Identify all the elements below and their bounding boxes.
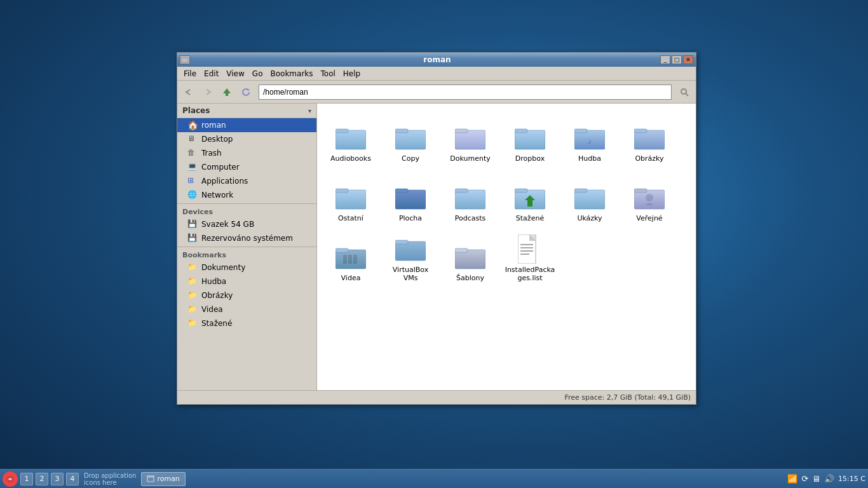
sidebar-bookmark-dokumenty-label: Dokumenty xyxy=(201,263,245,272)
sidebar-item-computer[interactable]: 💻 Computer xyxy=(177,160,316,174)
menu-edit[interactable]: Edit xyxy=(200,68,222,79)
applications-icon: ⊞ xyxy=(187,176,198,186)
svg-rect-11 xyxy=(515,129,527,133)
svg-rect-18 xyxy=(336,189,348,193)
svg-rect-1 xyxy=(182,57,188,59)
folder-videa-icon: 📁 xyxy=(187,304,198,315)
network-tray-icon[interactable]: ⟳ xyxy=(801,474,808,484)
document-icon-installed xyxy=(515,234,545,264)
drop-area: Drop applicationicons here xyxy=(81,472,139,486)
window-controls: _ □ ✕ xyxy=(660,55,693,64)
svg-rect-39 xyxy=(455,248,468,252)
file-item-dropbox[interactable]: Dropbox xyxy=(501,109,559,166)
file-item-hudba[interactable]: ♪ Hudba xyxy=(561,109,618,166)
svg-rect-21 xyxy=(455,190,485,209)
address-bar[interactable] xyxy=(259,85,672,100)
search-button[interactable] xyxy=(675,83,693,101)
file-name-stazene: Stažené xyxy=(516,214,544,222)
file-item-podcasts[interactable]: Podcasts xyxy=(442,168,499,226)
file-item-virtualbox[interactable]: VirtualBox VMs xyxy=(382,228,439,285)
clock: 15:15 C xyxy=(838,475,865,483)
file-item-ukazky[interactable]: Ukázky xyxy=(561,168,618,226)
svg-rect-17 xyxy=(336,190,366,209)
menu-bookmarks[interactable]: Bookmarks xyxy=(266,68,316,79)
close-button[interactable]: ✕ xyxy=(683,55,693,64)
svg-point-30 xyxy=(646,194,653,201)
file-item-ostatni[interactable]: Ostatní xyxy=(322,168,379,226)
minimize-button[interactable]: _ xyxy=(660,55,670,64)
volume-tray-icon[interactable]: 🔊 xyxy=(824,474,834,484)
file-name-copy: Copy xyxy=(402,154,419,163)
folder-obrazky-icon: 📁 xyxy=(187,290,198,301)
menu-view[interactable]: View xyxy=(222,68,248,79)
maximize-button[interactable]: □ xyxy=(672,55,682,64)
sidebar-item-svazek[interactable]: 💾 Svazek 54 GB xyxy=(177,217,316,231)
svg-rect-26 xyxy=(574,190,605,209)
file-item-dokumenty[interactable]: Dokumenty xyxy=(442,109,499,166)
sidebar-item-desktop[interactable]: 🖥 Desktop xyxy=(177,132,316,146)
sidebar-item-trash[interactable]: 🗑 Trash xyxy=(177,146,316,160)
forward-button[interactable] xyxy=(199,83,217,101)
workspace-3[interactable]: 3 xyxy=(51,473,64,485)
file-item-copy[interactable]: Copy xyxy=(382,109,439,166)
menu-help[interactable]: Help xyxy=(339,68,364,79)
file-item-plocha[interactable]: Plocha xyxy=(382,168,439,226)
sidebar-bookmark-stazene[interactable]: 📁 Stažené xyxy=(177,316,316,330)
workspace-4[interactable]: 4 xyxy=(66,473,79,485)
menu-go[interactable]: Go xyxy=(248,68,267,79)
sidebar-item-rezervovano[interactable]: 💾 Rezervováno systémem xyxy=(177,231,316,245)
back-button[interactable] xyxy=(180,83,198,101)
sidebar-item-applications[interactable]: ⊞ Applications xyxy=(177,174,316,188)
devices-separator xyxy=(177,203,316,204)
file-item-verejne[interactable]: Veřejné xyxy=(621,168,678,226)
toolbar xyxy=(177,81,696,104)
sidebar-item-network-label: Network xyxy=(201,191,233,200)
svg-rect-6 xyxy=(395,130,426,149)
taskbar-window-button[interactable]: roman xyxy=(141,472,185,486)
sidebar-item-roman[interactable]: 🏠 roman xyxy=(177,118,316,132)
taskbar: 1 2 3 4 Drop applicationicons here roman… xyxy=(0,469,868,488)
svg-rect-37 xyxy=(395,240,408,244)
up-button[interactable] xyxy=(218,83,236,101)
devices-section-label: Devices xyxy=(177,205,316,217)
file-area: Audiobooks Copy xyxy=(317,104,696,390)
sidebar-bookmark-obrazky-label: Obrázky xyxy=(201,291,233,300)
sidebar-bookmark-hudba[interactable]: 📁 Hudba xyxy=(177,274,316,288)
sidebar-bookmark-videa[interactable]: 📁 Videa xyxy=(177,302,316,316)
folder-icon-podcasts xyxy=(455,182,485,213)
svg-rect-27 xyxy=(574,189,587,193)
folder-icon-verejne xyxy=(634,182,665,213)
sidebar-item-desktop-label: Desktop xyxy=(201,135,233,144)
menu-file[interactable]: File xyxy=(180,68,200,79)
menu-tool[interactable]: Tool xyxy=(317,68,339,79)
folder-icon-copy xyxy=(395,123,426,153)
places-toggle[interactable]: ▾ xyxy=(308,107,311,114)
places-section-header[interactable]: Places ▾ xyxy=(177,104,316,118)
display-tray-icon[interactable]: 🖥 xyxy=(812,474,820,484)
taskbar-window-label: roman xyxy=(157,475,179,483)
workspace-1[interactable]: 1 xyxy=(20,473,33,485)
file-name-sablony: Šablony xyxy=(456,274,484,282)
file-item-installed[interactable]: InstalledPackages.list xyxy=(501,228,559,285)
file-item-audiobooks[interactable]: Audiobooks xyxy=(322,109,379,166)
window-title: roman xyxy=(214,55,660,64)
file-name-podcasts: Podcasts xyxy=(455,214,486,222)
wifi-tray-icon[interactable]: 📶 xyxy=(787,474,797,484)
reload-button[interactable] xyxy=(237,83,255,101)
file-item-videa[interactable]: Videa xyxy=(322,228,379,285)
file-item-sablony[interactable]: Šablony xyxy=(442,228,499,285)
file-item-stazene[interactable]: Stažené xyxy=(501,168,559,226)
sidebar-item-computer-label: Computer xyxy=(201,163,240,172)
workspace-2[interactable]: 2 xyxy=(36,473,48,485)
sidebar-item-network[interactable]: 🌐 Network xyxy=(177,188,316,202)
file-item-obrazky[interactable]: Obrázky xyxy=(621,109,678,166)
folder-hudba-icon: 📁 xyxy=(187,276,198,287)
home-icon: 🏠 xyxy=(187,120,198,130)
bookmarks-separator xyxy=(177,247,316,247)
folder-icon-ostatni xyxy=(336,182,366,213)
start-button[interactable] xyxy=(3,471,18,487)
folder-icon-ukazky xyxy=(574,182,605,213)
sidebar-bookmark-videa-label: Videa xyxy=(201,305,223,314)
sidebar-bookmark-obrazky[interactable]: 📁 Obrázky xyxy=(177,288,316,302)
sidebar-bookmark-dokumenty[interactable]: 📁 Dokumenty xyxy=(177,261,316,274)
